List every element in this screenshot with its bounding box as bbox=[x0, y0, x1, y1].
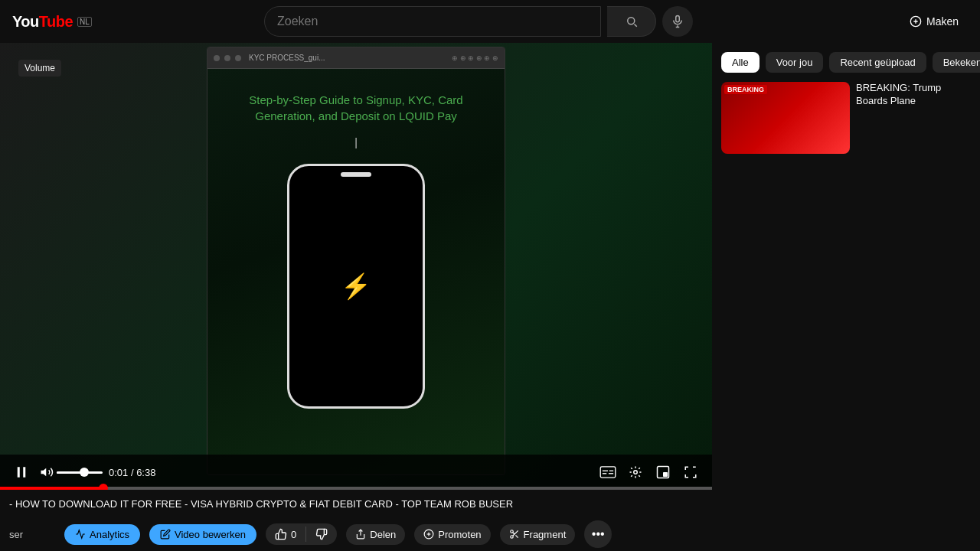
dislike-icon bbox=[315, 528, 328, 540]
action-row: ser Analytics Video bewerken 0 bbox=[0, 517, 712, 551]
phone-notch bbox=[341, 172, 371, 177]
svg-rect-4 bbox=[600, 467, 616, 478]
doc-heading: Step-by-Step Guide to Signup, KYC, Card … bbox=[249, 92, 462, 124]
search-icon bbox=[625, 15, 639, 28]
doc-body: Step-by-Step Guide to Signup, KYC, Card … bbox=[207, 69, 505, 474]
phone-mockup: ⚡ bbox=[287, 164, 425, 409]
cursor-line: | bbox=[354, 136, 358, 148]
fragment-button[interactable]: Fragment bbox=[500, 524, 576, 545]
search-input[interactable] bbox=[265, 15, 600, 28]
miniplayer-button[interactable] bbox=[651, 460, 675, 484]
tab-bekeken[interactable]: Bekeken bbox=[933, 52, 980, 73]
tab-alle[interactable]: Alle bbox=[721, 52, 760, 73]
svg-rect-3 bbox=[23, 467, 25, 478]
doc-dot-3 bbox=[235, 55, 241, 61]
analytics-icon bbox=[75, 529, 86, 540]
video-title: - HOW TO DOWNLOAD IT FOR FREE - VISA HYB… bbox=[9, 498, 513, 510]
doc-dot-1 bbox=[214, 55, 220, 61]
volume-slider[interactable] bbox=[57, 471, 103, 474]
phone-logo: ⚡ bbox=[341, 272, 371, 301]
gear-icon bbox=[629, 465, 642, 479]
dislike-button[interactable] bbox=[306, 523, 337, 545]
svg-point-9 bbox=[634, 471, 638, 474]
locale-badge: NL bbox=[77, 17, 92, 27]
svg-line-19 bbox=[515, 535, 518, 537]
right-panel: Alle Voor jou Recent geüpload Bekeken BR… bbox=[712, 43, 980, 551]
like-count: 0 bbox=[291, 529, 296, 540]
fullscreen-icon bbox=[684, 465, 697, 479]
scissors-icon bbox=[509, 529, 520, 540]
create-button[interactable]: Maken bbox=[900, 9, 968, 34]
logo-area: YouTube NL bbox=[12, 13, 104, 31]
doc-dot-2 bbox=[224, 55, 230, 61]
search-button[interactable] bbox=[607, 6, 656, 37]
fullscreen-button[interactable] bbox=[678, 460, 703, 484]
news-badge: BREAKING bbox=[724, 85, 767, 94]
video-content: KYC PROCESS_gui... ⊕ ⊕ ⊕ ⊕ ⊕ ⊕ Step-by-S… bbox=[0, 43, 712, 487]
miniplayer-icon bbox=[656, 465, 670, 479]
edit-video-button[interactable]: Video bewerken bbox=[149, 524, 256, 545]
tab-recent[interactable]: Recent geüpload bbox=[829, 52, 926, 73]
edit-icon bbox=[160, 529, 171, 540]
video-player[interactable]: KYC PROCESS_gui... ⊕ ⊕ ⊕ ⊕ ⊕ ⊕ Step-by-S… bbox=[0, 43, 712, 487]
volume-tooltip: Volume bbox=[18, 60, 61, 77]
plus-icon bbox=[910, 15, 922, 28]
suggested-info: BREAKING: Trump Boards Plane bbox=[856, 82, 971, 154]
title-strip: - HOW TO DOWNLOAD IT FOR FREE - VISA HYB… bbox=[0, 490, 712, 517]
svg-rect-0 bbox=[676, 16, 680, 22]
create-label: Maken bbox=[926, 15, 959, 28]
mic-icon bbox=[671, 15, 684, 28]
volume-control[interactable] bbox=[40, 465, 103, 479]
suggested-title: BREAKING: Trump Boards Plane bbox=[856, 82, 971, 108]
volume-icon bbox=[40, 465, 54, 479]
more-dots: ••• bbox=[592, 527, 605, 541]
volume-thumb bbox=[80, 468, 89, 477]
svg-rect-11 bbox=[663, 472, 668, 477]
like-button[interactable]: 0 bbox=[266, 523, 305, 545]
doc-overlay: KYC PROCESS_gui... ⊕ ⊕ ⊕ ⊕ ⊕ ⊕ Step-by-S… bbox=[207, 47, 505, 475]
promote-button[interactable]: Promoten bbox=[414, 524, 490, 545]
subtitles-button[interactable] bbox=[596, 460, 620, 484]
share-icon bbox=[355, 529, 366, 540]
top-nav: YouTube NL Maken bbox=[0, 0, 980, 43]
tab-voor-jou[interactable]: Voor jou bbox=[766, 52, 824, 73]
subtitles-icon bbox=[599, 466, 616, 478]
search-bar bbox=[264, 6, 601, 37]
more-options-button[interactable]: ••• bbox=[584, 520, 612, 548]
svg-point-17 bbox=[510, 536, 513, 539]
doc-toolbar: KYC PROCESS_gui... ⊕ ⊕ ⊕ ⊕ ⊕ ⊕ bbox=[207, 47, 505, 69]
logo-text: YouTube bbox=[12, 13, 73, 31]
doc-title: KYC PROCESS_gui... bbox=[249, 54, 325, 62]
play-pause-button[interactable] bbox=[9, 460, 34, 484]
filter-tabs: Alle Voor jou Recent geüpload Bekeken bbox=[721, 52, 971, 73]
promote-icon bbox=[423, 529, 434, 540]
svg-rect-2 bbox=[18, 467, 20, 478]
channel-name: ser bbox=[9, 529, 55, 540]
mic-button[interactable] bbox=[662, 6, 693, 37]
ctrl-right-buttons bbox=[596, 460, 703, 484]
thumb-news-bg: BREAKING bbox=[721, 82, 850, 154]
svg-line-20 bbox=[512, 533, 514, 534]
svg-point-16 bbox=[510, 530, 513, 533]
analytics-button[interactable]: Analytics bbox=[64, 524, 140, 545]
pause-icon bbox=[15, 465, 28, 479]
time-display: 0:01 / 6:38 bbox=[109, 467, 155, 478]
suggested-thumbnail: BREAKING bbox=[721, 82, 850, 154]
like-dislike-group: 0 bbox=[266, 523, 337, 545]
search-area bbox=[104, 6, 853, 37]
nav-right: Maken bbox=[853, 9, 968, 34]
suggested-video-item[interactable]: BREAKING BREAKING: Trump Boards Plane bbox=[721, 82, 971, 154]
controls-bar: 0:01 / 6:38 bbox=[0, 455, 712, 490]
share-button[interactable]: Delen bbox=[346, 524, 405, 545]
settings-button[interactable] bbox=[623, 460, 648, 484]
like-icon bbox=[275, 528, 287, 540]
